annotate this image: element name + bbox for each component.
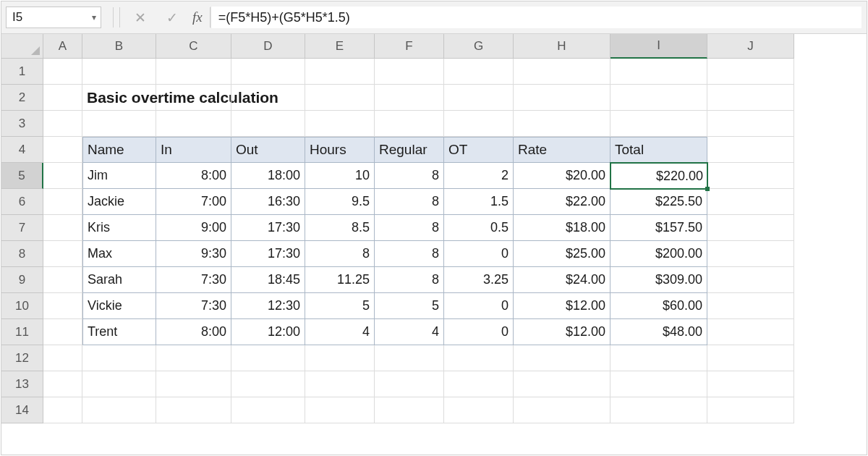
row-header-6[interactable]: 6 [1, 189, 43, 215]
cell-in[interactable]: 7:30 [156, 267, 231, 293]
cell[interactable] [43, 189, 82, 215]
cell-regular[interactable]: 8 [375, 241, 444, 267]
cell-hours[interactable]: 8.5 [305, 215, 375, 241]
cell[interactable] [82, 371, 156, 397]
cell[interactable] [43, 215, 82, 241]
cell-rate[interactable]: $12.00 [514, 319, 610, 345]
cell[interactable] [43, 397, 82, 423]
col-header-G[interactable]: G [444, 34, 514, 59]
insert-function-button[interactable]: fx [188, 1, 210, 33]
col-header-A[interactable]: A [43, 34, 82, 59]
row-header-5[interactable]: 5 [1, 163, 43, 189]
cell-in[interactable]: 9:00 [156, 215, 231, 241]
row-header-10[interactable]: 10 [1, 293, 43, 319]
cell-total[interactable]: $157.50 [610, 215, 707, 241]
cell[interactable] [707, 85, 794, 111]
cell-rate[interactable]: $25.00 [514, 241, 610, 267]
cell[interactable] [305, 371, 375, 397]
cell[interactable] [375, 345, 444, 371]
cell-total[interactable]: $225.50 [610, 189, 707, 215]
row-header-12[interactable]: 12 [1, 345, 43, 371]
cell[interactable] [707, 293, 794, 319]
col-header-I[interactable]: I [610, 34, 707, 59]
cell-regular[interactable]: 8 [375, 189, 444, 215]
cell-name[interactable]: Jim [82, 163, 156, 189]
cell-total[interactable]: $309.00 [610, 267, 707, 293]
cell-hours[interactable]: 4 [305, 319, 375, 345]
cell[interactable] [231, 59, 305, 85]
cell[interactable] [375, 59, 444, 85]
col-header-D[interactable]: D [231, 34, 305, 59]
cell-regular[interactable]: 4 [375, 319, 444, 345]
cell-rate[interactable]: $18.00 [514, 215, 610, 241]
cell[interactable] [43, 345, 82, 371]
cell[interactable] [444, 111, 514, 137]
cell[interactable] [43, 293, 82, 319]
cell-in[interactable]: 9:30 [156, 241, 231, 267]
th-in[interactable]: In [156, 137, 231, 163]
cell[interactable] [305, 111, 375, 137]
cell[interactable] [43, 319, 82, 345]
cell[interactable] [444, 59, 514, 85]
row-header-14[interactable]: 14 [1, 397, 43, 423]
cell-hours[interactable]: 11.25 [305, 267, 375, 293]
th-name[interactable]: Name [82, 137, 156, 163]
cell[interactable] [707, 59, 794, 85]
cell-total[interactable]: $200.00 [610, 241, 707, 267]
row-header-11[interactable]: 11 [1, 319, 43, 345]
cell[interactable] [305, 345, 375, 371]
cell-ot[interactable]: 0 [444, 319, 514, 345]
cell-in[interactable]: 7:00 [156, 189, 231, 215]
cell-regular[interactable]: 8 [375, 215, 444, 241]
col-header-C[interactable]: C [156, 34, 231, 59]
cell-ot[interactable]: 0.5 [444, 215, 514, 241]
cell-hours[interactable]: 10 [305, 163, 375, 189]
cell-ot[interactable]: 0 [444, 241, 514, 267]
cell[interactable] [610, 111, 707, 137]
cell[interactable] [305, 85, 375, 111]
th-regular[interactable]: Regular [375, 137, 444, 163]
cell[interactable] [43, 85, 82, 111]
cell-name[interactable]: Max [82, 241, 156, 267]
cell[interactable] [514, 85, 610, 111]
cell[interactable] [231, 345, 305, 371]
chevron-down-icon[interactable]: ▾ [92, 12, 96, 22]
cell[interactable] [707, 241, 794, 267]
th-rate[interactable]: Rate [514, 137, 610, 163]
formula-input[interactable]: =(F5*H5)+(G5*H5*1.5) [210, 7, 861, 28]
row-header-4[interactable]: 4 [1, 137, 43, 163]
cell-name[interactable]: Kris [82, 215, 156, 241]
cell[interactable] [156, 397, 231, 423]
cell[interactable] [43, 241, 82, 267]
cell[interactable] [514, 397, 610, 423]
cell[interactable] [375, 85, 444, 111]
cell[interactable] [707, 371, 794, 397]
cell-out[interactable]: 17:30 [231, 241, 305, 267]
cell-in[interactable]: 8:00 [156, 163, 231, 189]
row-header-1[interactable]: 1 [1, 59, 43, 85]
col-header-H[interactable]: H [514, 34, 610, 59]
cell[interactable] [43, 111, 82, 137]
cell-name[interactable]: Sarah [82, 267, 156, 293]
cell[interactable] [156, 345, 231, 371]
row-header-2[interactable]: 2 [1, 85, 43, 111]
cell[interactable] [707, 267, 794, 293]
th-hours[interactable]: Hours [305, 137, 375, 163]
cell[interactable] [156, 371, 231, 397]
cell-ot[interactable]: 1.5 [444, 189, 514, 215]
enter-button[interactable]: ✓ [156, 1, 188, 33]
cell-rate[interactable]: $22.00 [514, 189, 610, 215]
th-total[interactable]: Total [610, 137, 707, 163]
cell-regular[interactable]: 8 [375, 267, 444, 293]
cancel-button[interactable]: ✕ [124, 1, 156, 33]
cell[interactable] [707, 215, 794, 241]
cell[interactable] [82, 59, 156, 85]
cell[interactable] [375, 371, 444, 397]
cell[interactable] [82, 345, 156, 371]
row-header-13[interactable]: 13 [1, 371, 43, 397]
cell-hours[interactable]: 9.5 [305, 189, 375, 215]
col-header-J[interactable]: J [707, 34, 794, 59]
cell[interactable] [514, 59, 610, 85]
cell[interactable] [514, 111, 610, 137]
cell[interactable] [82, 397, 156, 423]
